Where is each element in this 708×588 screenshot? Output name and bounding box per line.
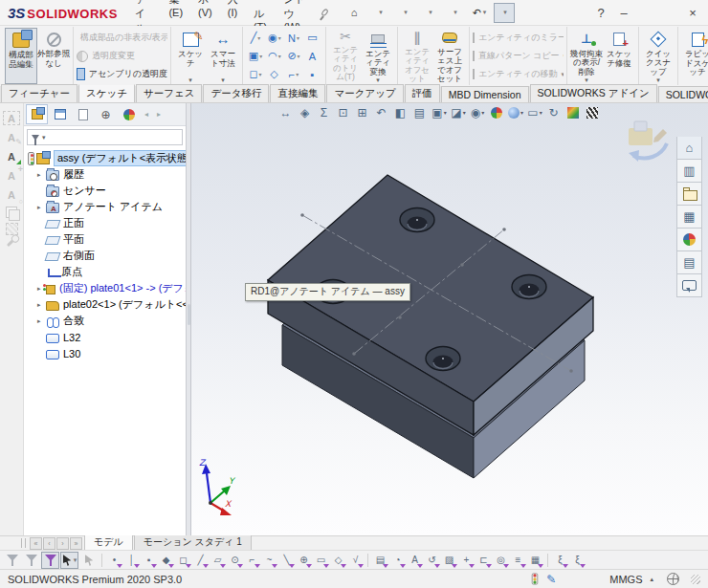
tree-item-sketch-l32[interactable]: L32 — [26, 329, 186, 345]
view-orientation-icon[interactable]: ▣▾ — [431, 104, 448, 120]
undo-button[interactable]: ↶▾ — [469, 3, 490, 23]
color-swatch-icon[interactable] — [564, 104, 582, 120]
filter-balloons[interactable]: A — [407, 553, 423, 568]
dimxpertmanager-tab[interactable]: ⊕ — [95, 104, 117, 124]
assembly-transparency-button[interactable]: アセンブリの透明度 — [77, 66, 167, 83]
copy-pages-icon[interactable] — [6, 207, 17, 218]
offset-on-surface-button[interactable]: サーフェス上でオフセット — [433, 28, 466, 84]
view-palette-tab[interactable]: ▦ — [676, 206, 702, 229]
save-button[interactable]: ▾ — [419, 3, 440, 23]
filter-vertices[interactable]: • — [106, 553, 122, 568]
filter-weld-beads[interactable]: ξ — [569, 553, 586, 568]
circle-tool[interactable]: ◉▾ — [265, 29, 284, 47]
polygon-tool[interactable]: ◇ — [265, 65, 284, 83]
rebuild-button[interactable] — [519, 3, 540, 23]
tab-data-migration[interactable]: データ移行 — [203, 84, 269, 102]
filter-solid-bodies[interactable]: ◻ — [175, 553, 191, 568]
tree-item-plate02[interactable]: ▸ plate02<1> (デフォルト<<デフォルト>_表 — [26, 296, 186, 313]
arc-tool[interactable]: ◠▾ — [265, 47, 284, 65]
display-delete-relations-button[interactable]: ⊥ 幾何拘束の表示/削除 ▾ — [570, 28, 603, 84]
open-button[interactable]: ▾ — [394, 3, 415, 23]
filter-surface-bodies[interactable]: ◆ — [158, 553, 174, 568]
displaymanager-tab[interactable] — [118, 104, 140, 124]
annotation-views-icon[interactable]: ▤ — [411, 104, 429, 120]
last-tab-button[interactable]: » — [70, 537, 82, 550]
featuremanager-tab[interactable] — [26, 104, 48, 124]
filter-edges[interactable]: │ — [123, 553, 140, 568]
propertymanager-tab[interactable] — [49, 104, 71, 124]
tab-surfaces[interactable]: サーフェス — [136, 84, 202, 102]
tab-features[interactable]: フィーチャー — [1, 84, 77, 102]
filter-sketch-points[interactable]: ⊙ — [227, 553, 243, 568]
tree-item-sketch-l30[interactable]: L30 — [26, 345, 186, 361]
tab-solidworks-cam[interactable]: SOLIDWORKS CAM — [658, 86, 708, 102]
filter-clear-icon[interactable] — [22, 552, 40, 569]
zebra-stripes-icon[interactable] — [584, 104, 601, 120]
restore-button[interactable] — [635, 3, 658, 23]
find-annotation-icon[interactable]: A — [3, 187, 20, 202]
move-entities-button[interactable]: エンティティの移動▾ — [473, 66, 564, 83]
units-selector[interactable]: MMGS — [609, 574, 642, 585]
tree-item-annotations[interactable]: ▸ アノテート アイテム — [26, 199, 186, 215]
prev-tab-button[interactable]: ‹ — [43, 537, 55, 550]
forum-tab[interactable] — [676, 274, 702, 297]
trim-entities-button[interactable]: ✂ エンティティのトリム(T) ▾ — [329, 28, 362, 84]
design-library-tab[interactable]: ▥ — [676, 160, 702, 183]
zoom-to-area-icon[interactable]: ⊞ — [354, 104, 371, 120]
tab-evaluate[interactable]: 評価 — [405, 84, 440, 102]
filter-center-marks[interactable]: ⊕ — [296, 553, 312, 568]
select-button[interactable]: ▾ — [494, 3, 515, 23]
filter-blocks[interactable]: ◎ — [493, 553, 509, 568]
print-button[interactable]: ▾ — [444, 3, 465, 23]
tab-motion-study-1[interactable]: モーション スタディ 1 — [134, 534, 252, 550]
tree-item-right-plane[interactable]: 右側面 — [26, 248, 186, 264]
filter-routing-points[interactable]: ▦ — [527, 553, 543, 568]
filter-notes[interactable]: ◔ — [389, 553, 406, 568]
previous-view-icon[interactable]: ↶ — [373, 104, 390, 120]
appearances-tab[interactable] — [676, 229, 702, 251]
edit-component-button[interactable]: 構成部品編集 — [5, 28, 37, 84]
linked-note-icon[interactable]: A — [3, 130, 20, 144]
tab-markup[interactable]: マークアップ — [326, 84, 403, 102]
toggle-selection-filters-button[interactable] — [41, 552, 59, 569]
solidworks-resources-tab[interactable]: ⌂ — [676, 137, 702, 160]
configurationmanager-tab[interactable] — [72, 104, 94, 124]
filter-dowel-pins[interactable]: ξ — [552, 553, 568, 568]
units-caret-icon[interactable]: ▴ — [650, 576, 653, 583]
filter-surface-finish[interactable]: ⊏ — [476, 553, 492, 568]
change-transparency-button[interactable]: 透明度変更 — [77, 48, 167, 65]
resize-grip[interactable] — [691, 575, 700, 584]
mirror-entities-button[interactable]: エンティティのミラー▾ — [473, 29, 564, 46]
tab-solidworks-addins[interactable]: SOLIDWORKS アドイン — [530, 84, 657, 102]
help-button[interactable]: ? — [589, 3, 612, 23]
file-explorer-tab[interactable] — [676, 183, 702, 206]
tree-item-history[interactable]: ▸ 履歴 — [26, 166, 186, 183]
insert-annotation-icon[interactable]: A — [3, 149, 20, 163]
filter-centerlines[interactable]: ▭ — [313, 553, 329, 568]
filter-hole-callouts[interactable]: √ — [347, 553, 364, 568]
view-settings-icon[interactable]: ▭▾ — [526, 104, 543, 120]
corner-rectangle-tool[interactable]: ▭ — [303, 29, 322, 47]
tools-icon[interactable] — [6, 236, 16, 247]
tree-filter-box[interactable]: ▾ — [27, 129, 183, 145]
ellipse-tool[interactable]: ⊘▾ — [284, 47, 303, 65]
filter-all-icon[interactable] — [3, 552, 21, 569]
filter-gdt[interactable]: ↺ — [424, 553, 440, 568]
scroll-right-icon[interactable]: ▸ — [153, 104, 165, 124]
filter-planes[interactable]: ▱ — [210, 553, 226, 568]
hide-show-items-icon[interactable]: ◉▾ — [469, 104, 486, 120]
options-button[interactable] — [543, 3, 564, 23]
status-globe-icon[interactable] — [667, 573, 679, 585]
tab-direct-editing[interactable]: 直接編集 — [270, 84, 325, 102]
offset-entities-button[interactable]: ∥ エンティティオフセット — [401, 28, 433, 84]
hide-show-components-button[interactable]: 構成部品の非表示/表示 — [77, 29, 167, 46]
next-tab-button[interactable]: › — [56, 537, 69, 550]
scroll-left-icon[interactable]: ◂ — [141, 104, 152, 124]
linear-pattern-button[interactable]: 直線パターン コピー▾ — [473, 48, 564, 65]
filter-dimensions[interactable]: ◇ — [330, 553, 346, 568]
line-tool[interactable]: ╱▾ — [246, 29, 265, 47]
filter-midpoints[interactable]: ╲ — [278, 553, 295, 568]
pin-menu-icon[interactable] — [321, 8, 329, 16]
quick-snaps-button[interactable]: クイックスナップ ▾ — [642, 28, 675, 84]
filter-sketch-segments[interactable]: ~ — [261, 553, 277, 568]
